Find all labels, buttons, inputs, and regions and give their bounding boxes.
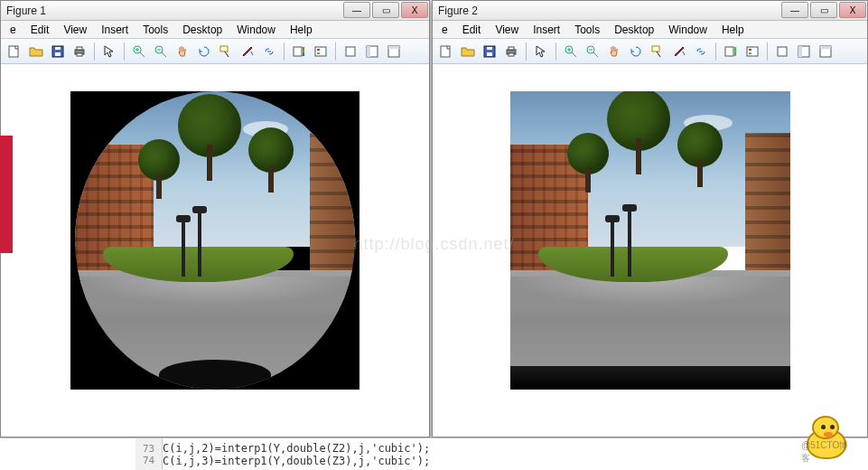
menubar: e Edit View Insert Tools Desktop Window … — [433, 21, 867, 39]
minimize-button[interactable]: — — [781, 2, 808, 18]
arrow-icon[interactable] — [531, 42, 551, 61]
menu-window[interactable]: Window — [229, 22, 283, 38]
open-icon[interactable] — [458, 42, 478, 61]
figure-canvas[interactable] — [1, 64, 429, 437]
maximize-button[interactable]: ▭ — [810, 2, 837, 18]
rotate-icon[interactable] — [194, 42, 214, 61]
zoom-out-icon[interactable] — [583, 42, 602, 61]
data-cursor-icon[interactable] — [648, 42, 667, 61]
separator — [94, 42, 95, 61]
menu-view[interactable]: View — [488, 22, 526, 38]
toolbar — [433, 39, 867, 64]
menu-file[interactable]: e — [3, 22, 23, 38]
separator — [767, 42, 768, 61]
svg-rect-22 — [487, 52, 492, 56]
window-title: Figure 1 — [6, 5, 342, 17]
svg-rect-29 — [652, 46, 659, 52]
separator — [555, 42, 556, 61]
svg-rect-31 — [734, 47, 736, 56]
window-controls: — ▭ X — [342, 1, 429, 20]
link-icon[interactable] — [259, 42, 279, 61]
svg-rect-13 — [317, 49, 320, 51]
new-figure-icon[interactable] — [436, 42, 456, 61]
titlebar[interactable]: Figure 2 — ▭ X — [433, 1, 867, 21]
pan-icon[interactable] — [173, 42, 192, 61]
menu-edit[interactable]: Edit — [23, 22, 57, 38]
figure-canvas[interactable] — [433, 64, 867, 437]
svg-rect-34 — [749, 52, 751, 54]
dock-icon[interactable] — [362, 42, 382, 61]
menu-insert[interactable]: Insert — [94, 22, 135, 38]
code-line[interactable]: C(i,j,3)=interp1(Y,double(Z3),j,'cubic')… — [163, 455, 868, 467]
menu-view[interactable]: View — [56, 22, 94, 38]
save-icon[interactable] — [48, 42, 68, 61]
svg-rect-2 — [55, 52, 61, 56]
svg-rect-37 — [798, 46, 802, 57]
svg-rect-6 — [77, 53, 82, 56]
mascot-duck: @51CTO博客 — [801, 412, 855, 463]
menu-window[interactable]: Window — [661, 22, 714, 38]
save-icon[interactable] — [480, 42, 499, 61]
insert-legend-icon[interactable] — [742, 42, 762, 61]
hide-plot-tools-icon[interactable] — [341, 42, 360, 61]
menu-desktop[interactable]: Desktop — [607, 22, 661, 38]
menu-file[interactable]: e — [434, 22, 455, 38]
minimize-button[interactable]: — — [343, 2, 370, 18]
menu-help[interactable]: Help — [714, 22, 751, 38]
menubar: e Edit View Insert Tools Desktop Window … — [1, 21, 429, 39]
mascot-label: @51CTO博客 — [801, 439, 857, 465]
close-button[interactable]: X — [839, 2, 866, 18]
svg-rect-35 — [778, 47, 787, 56]
menu-tools[interactable]: Tools — [135, 22, 175, 38]
insert-legend-icon[interactable] — [311, 42, 331, 61]
pan-icon[interactable] — [604, 42, 624, 61]
svg-rect-15 — [346, 47, 355, 56]
menu-edit[interactable]: Edit — [455, 22, 489, 38]
svg-rect-39 — [820, 46, 831, 49]
open-icon[interactable] — [26, 42, 46, 61]
code-line[interactable]: C(i,j,2)=interp1(Y,double(Z2),j,'cubic')… — [163, 442, 868, 455]
line-gutter: 73 74 — [135, 438, 163, 470]
insert-colorbar-icon[interactable] — [289, 42, 309, 61]
separator — [284, 42, 285, 61]
separator — [335, 42, 336, 61]
insert-colorbar-icon[interactable] — [721, 42, 741, 61]
zoom-out-icon[interactable] — [151, 42, 171, 61]
undock-icon[interactable] — [384, 42, 404, 61]
svg-rect-33 — [749, 49, 751, 51]
link-icon[interactable] — [691, 42, 711, 61]
brush-icon[interactable] — [238, 42, 257, 61]
maximize-button[interactable]: ▭ — [372, 2, 399, 18]
figure-window-1: Figure 1 — ▭ X e Edit View Insert Tools … — [0, 0, 430, 437]
data-cursor-icon[interactable] — [216, 42, 236, 61]
menu-desktop[interactable]: Desktop — [175, 22, 229, 38]
menu-help[interactable]: Help — [283, 22, 320, 38]
svg-rect-14 — [317, 52, 320, 54]
fisheye-image — [70, 91, 359, 390]
rotate-icon[interactable] — [626, 42, 646, 61]
new-figure-icon[interactable] — [5, 42, 24, 61]
print-icon[interactable] — [70, 42, 89, 61]
zoom-in-icon[interactable] — [129, 42, 149, 61]
close-button[interactable]: X — [401, 2, 428, 18]
svg-rect-5 — [77, 47, 82, 50]
svg-rect-30 — [725, 47, 733, 56]
titlebar[interactable]: Figure 1 — ▭ X — [1, 1, 429, 21]
toolbar — [1, 39, 429, 64]
menu-tools[interactable]: Tools — [567, 22, 607, 38]
undock-icon[interactable] — [816, 42, 835, 61]
line-number: 73 — [143, 443, 154, 455]
svg-rect-20 — [441, 46, 450, 57]
print-icon[interactable] — [501, 42, 521, 61]
dock-icon[interactable] — [794, 42, 814, 61]
window-title: Figure 2 — [438, 5, 780, 17]
arrow-icon[interactable] — [99, 42, 119, 61]
menu-insert[interactable]: Insert — [526, 22, 567, 38]
separator — [715, 42, 716, 61]
hide-plot-tools-icon[interactable] — [772, 42, 792, 61]
svg-rect-12 — [315, 47, 326, 56]
zoom-in-icon[interactable] — [561, 42, 581, 61]
separator — [124, 42, 125, 61]
brush-icon[interactable] — [669, 42, 689, 61]
svg-rect-19 — [388, 46, 399, 49]
